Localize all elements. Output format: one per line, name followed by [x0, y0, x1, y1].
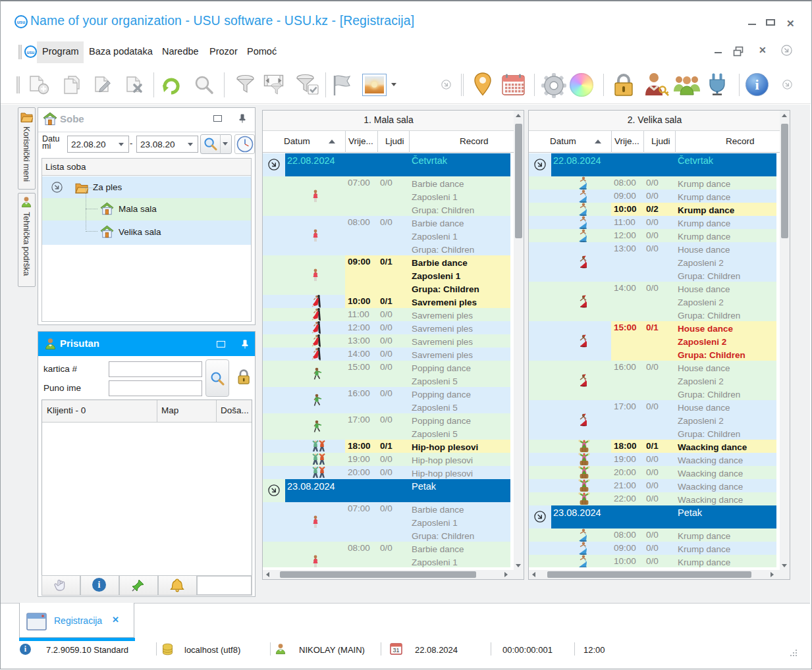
svg-text:31: 31	[392, 647, 399, 654]
svg-text:usu: usu	[17, 20, 25, 24]
svg-text:usu: usu	[27, 50, 35, 55]
